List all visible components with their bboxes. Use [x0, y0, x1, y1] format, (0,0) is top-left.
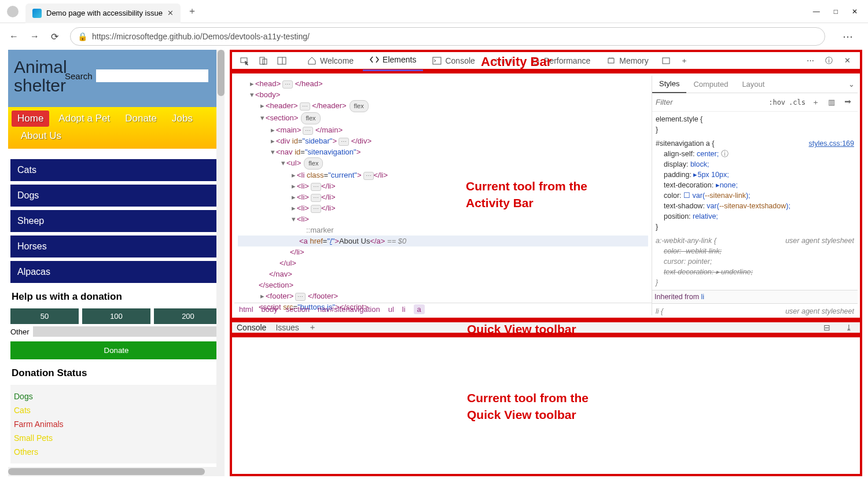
nav-about[interactable]: About Us	[15, 128, 67, 144]
nav-jobs[interactable]: Jobs	[166, 111, 198, 127]
tab-console[interactable]: Console	[425, 50, 481, 71]
donation-other: Other	[10, 326, 222, 337]
donate-button[interactable]: Donate	[10, 341, 222, 359]
edge-favicon-icon	[32, 9, 42, 18]
sidebar-item-sheep[interactable]: Sheep	[10, 210, 222, 232]
svg-line-7	[536, 60, 538, 61]
cls-toggle[interactable]: .cls	[789, 98, 806, 106]
close-window-button[interactable]: ✕	[852, 8, 858, 16]
rtl-icon[interactable]: ⮕	[841, 96, 854, 109]
detach-icon[interactable]	[658, 53, 674, 69]
reload-button[interactable]: ⟳	[51, 31, 58, 42]
status-others: Others	[14, 445, 219, 459]
dock-icon[interactable]	[274, 53, 290, 69]
amount-200[interactable]: 200	[154, 308, 222, 324]
forward-button[interactable]: →	[30, 31, 39, 42]
svg-rect-12	[663, 58, 670, 64]
devtools: Welcome Elements Console Activity Bar et…	[230, 50, 862, 476]
styles-filter-input[interactable]	[656, 98, 725, 106]
svg-rect-1	[260, 57, 264, 64]
tab-memory[interactable]: Memory	[599, 50, 656, 71]
sidebar-item-alpacas[interactable]: Alpacas	[10, 261, 222, 283]
status-list: Dogs Cats Farm Animals Small Pets Others	[10, 385, 222, 463]
page-vscrollbar[interactable]	[216, 50, 225, 476]
status-small: Small Pets	[14, 431, 219, 445]
address-bar[interactable]: 🔒 https://microsoftedge.github.io/Demos/…	[70, 27, 825, 46]
quick-view-toolbar: Console Issues ＋ Quick View toolbar ⊟ ⤓	[230, 320, 862, 335]
qv-tab-console[interactable]: Console	[237, 323, 266, 332]
qv-tab-issues[interactable]: Issues	[275, 323, 299, 332]
tab-styles[interactable]: Styles	[652, 76, 686, 93]
dom-tree[interactable]: ▸<head>⋯ </head> ▾<body> ▸<header>⋯ </he…	[234, 76, 652, 315]
page-header: Animal shelter Search	[8, 50, 225, 107]
profile-avatar[interactable]	[7, 6, 19, 17]
hov-toggle[interactable]: :hov	[768, 98, 785, 106]
flex-editor-icon[interactable]: ▥	[825, 96, 838, 109]
more-tools-icon[interactable]: ⋯	[802, 53, 818, 69]
add-tab-icon[interactable]: ＋	[676, 53, 693, 69]
sidebar-item-dogs[interactable]: Dogs	[10, 185, 222, 207]
tab-welcome[interactable]: Welcome	[300, 50, 361, 71]
close-tab-icon[interactable]: ✕	[167, 9, 174, 17]
qv-add-icon[interactable]: ＋	[308, 322, 317, 333]
source-link[interactable]: styles.css:169	[808, 138, 854, 149]
status-heading: Donation Status	[12, 367, 222, 379]
qv-collapse-icon[interactable]: ⊟	[821, 321, 833, 334]
search-input[interactable]	[96, 69, 208, 82]
new-rule-icon[interactable]: ＋	[809, 96, 822, 109]
browser-menu-button[interactable]: ⋯	[837, 30, 859, 43]
browser-toolbar: ← → ⟳ 🔒 https://microsoftedge.github.io/…	[0, 23, 868, 50]
styles-rules[interactable]: element.style { } #sitenavigation a {sty…	[652, 112, 858, 315]
styles-pane: Styles Computed Layout ⌄ :hov .cls ＋ ▥ ⮕	[652, 76, 858, 315]
nav-adopt[interactable]: Adopt a Pet	[53, 111, 116, 127]
help-icon[interactable]: ⓘ	[821, 53, 837, 69]
styles-tabs: Styles Computed Layout ⌄	[652, 76, 858, 93]
svg-rect-5	[433, 57, 441, 64]
breadcrumb[interactable]: html body section nav#sitenavigation ul …	[234, 303, 652, 315]
expand-icon[interactable]: ⌄	[845, 78, 858, 91]
tab-computed[interactable]: Computed	[686, 76, 735, 93]
window-controls: — □ ✕	[813, 8, 868, 16]
svg-rect-8	[608, 58, 614, 63]
back-button[interactable]: ←	[9, 31, 19, 42]
status-farm: Farm Animals	[14, 417, 219, 431]
amount-100[interactable]: 100	[82, 308, 150, 324]
nav-donate[interactable]: Donate	[119, 111, 163, 127]
nav-home[interactable]: Home	[12, 111, 49, 127]
svg-rect-3	[278, 57, 286, 64]
maximize-button[interactable]: □	[834, 8, 838, 16]
browser-tab[interactable]: Demo page with accessibility issue ✕	[25, 3, 181, 23]
quick-view-body: Current tool from the Quick View toolbar	[230, 335, 862, 476]
tab-elements[interactable]: Elements	[363, 50, 423, 71]
lock-icon: 🔒	[78, 32, 87, 41]
tab-network[interactable]: etwork	[484, 50, 522, 71]
other-input[interactable]	[33, 326, 222, 337]
main-nav: Home Adopt a Pet Donate Jobs About Us	[8, 107, 225, 149]
styles-filter-row: :hov .cls ＋ ▥ ⮕	[652, 93, 858, 112]
status-cats: Cats	[14, 403, 219, 417]
amount-50[interactable]: 50	[10, 308, 79, 324]
main-tool-pane: ▸<head>⋯ </head> ▾<body> ▸<header>⋯ </he…	[230, 71, 862, 320]
rendered-page: Animal shelter Search Home Adopt a Pet D…	[8, 50, 225, 476]
qv-body-label: Current tool from the Quick View toolbar	[467, 389, 589, 424]
sidebar-item-cats[interactable]: Cats	[10, 159, 222, 181]
minimize-button[interactable]: —	[813, 8, 820, 16]
url-text: https://microsoftedge.github.io/Demos/de…	[92, 32, 310, 41]
sidebar-item-horses[interactable]: Horses	[10, 236, 222, 257]
inspect-icon[interactable]	[237, 53, 253, 69]
search-label: Search	[65, 71, 93, 81]
tab-performance[interactable]: Performance	[524, 50, 597, 71]
browser-titlebar: Demo page with accessibility issue ✕ ＋ —…	[0, 0, 868, 23]
page-hscrollbar[interactable]	[8, 467, 225, 476]
tab-title: Demo page with accessibility issue	[46, 9, 163, 17]
activity-bar: Welcome Elements Console Activity Bar et…	[230, 50, 862, 71]
page-sidebar: Cats Dogs Sheep Horses Alpacas Help us w…	[8, 149, 225, 474]
new-tab-button[interactable]: ＋	[181, 1, 204, 22]
donation-amounts: 50 100 200	[10, 308, 222, 324]
tab-layout[interactable]: Layout	[735, 76, 771, 93]
device-icon[interactable]	[255, 53, 271, 69]
close-devtools-icon[interactable]: ✕	[839, 53, 855, 69]
qv-toolbar-label: Quick View toolbar	[467, 322, 576, 336]
search-form: Search	[65, 69, 208, 82]
qv-download-icon[interactable]: ⤓	[843, 321, 855, 334]
